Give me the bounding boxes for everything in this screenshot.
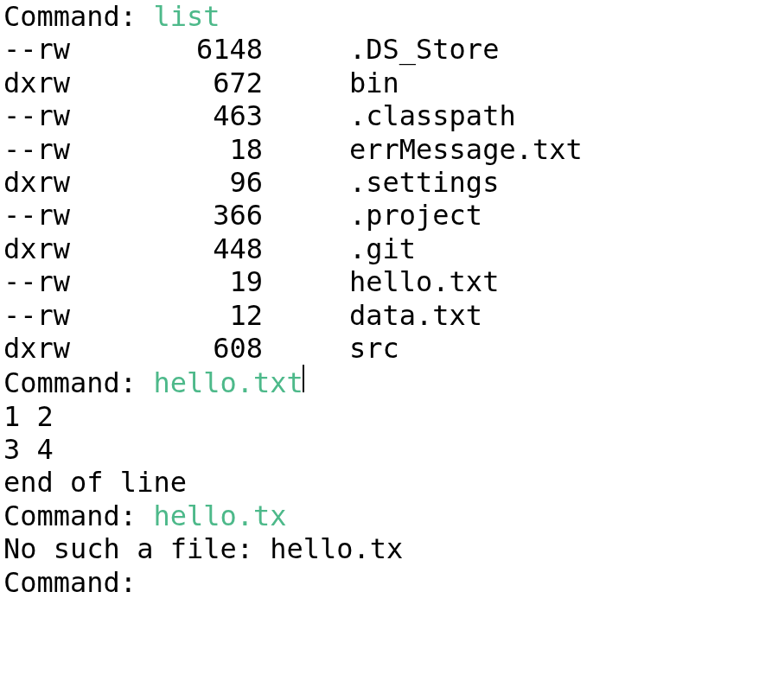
prompt-label: Command:	[3, 500, 153, 532]
prompt-label: Command:	[3, 366, 153, 399]
file-size: 19	[133, 265, 263, 298]
table-row: --rw 18 errMessage.txt	[3, 133, 775, 166]
file-size: 463	[133, 99, 263, 132]
file-name: errMessage.txt	[349, 133, 775, 166]
table-row: dxrw 672 bin	[3, 67, 775, 99]
text-cursor-icon	[303, 365, 304, 392]
file-perms: --rw	[3, 265, 133, 298]
user-input: hello.tx	[153, 500, 286, 532]
file-perms: --rw	[3, 99, 133, 132]
table-row: --rw 12 data.txt	[3, 299, 775, 332]
command-line-4[interactable]: Command:	[3, 566, 775, 599]
file-size: 12	[133, 299, 263, 332]
output-line: 3 4	[3, 433, 775, 466]
table-row: --rw 366 .project	[3, 199, 775, 232]
file-perms: --rw	[3, 299, 133, 332]
file-size: 6148	[133, 33, 263, 66]
user-input: list	[153, 0, 220, 33]
table-row: --rw 463 .classpath	[3, 99, 775, 132]
file-perms: --rw	[3, 33, 133, 66]
table-row: dxrw 96 .settings	[3, 166, 775, 199]
file-size: 366	[133, 199, 263, 232]
file-name: bin	[349, 67, 775, 99]
command-line-2[interactable]: Command: hello.txt	[3, 365, 775, 399]
error-message: No such a file: hello.tx	[3, 532, 775, 565]
command-line-3[interactable]: Command: hello.tx	[3, 500, 775, 532]
table-row: --rw 6148 .DS_Store	[3, 33, 775, 66]
file-name: hello.txt	[349, 265, 775, 298]
table-row: dxrw 608 src	[3, 332, 775, 365]
file-name: data.txt	[349, 299, 775, 332]
file-size: 608	[133, 332, 263, 365]
output-line: 1 2	[3, 400, 775, 433]
file-name: src	[349, 332, 775, 365]
file-perms: dxrw	[3, 166, 133, 199]
file-size: 18	[133, 133, 263, 166]
command-line-1[interactable]: Command: list	[3, 0, 775, 33]
file-perms: dxrw	[3, 232, 133, 265]
table-row: dxrw 448 .git	[3, 232, 775, 265]
file-name: .DS_Store	[349, 33, 775, 66]
prompt-label: Command:	[3, 566, 153, 599]
file-name: .git	[349, 232, 775, 265]
table-row: --rw 19 hello.txt	[3, 265, 775, 298]
output-line: end of line	[3, 466, 775, 499]
file-perms: dxrw	[3, 67, 133, 99]
file-perms: --rw	[3, 199, 133, 232]
file-name: .settings	[349, 166, 775, 199]
file-name: .project	[349, 199, 775, 232]
file-perms: --rw	[3, 133, 133, 166]
file-size: 448	[133, 232, 263, 265]
file-size: 672	[133, 67, 263, 99]
file-name: .classpath	[349, 99, 775, 132]
file-size: 96	[133, 166, 263, 199]
user-input: hello.txt	[153, 366, 303, 399]
prompt-label: Command:	[3, 0, 153, 33]
file-perms: dxrw	[3, 332, 133, 365]
